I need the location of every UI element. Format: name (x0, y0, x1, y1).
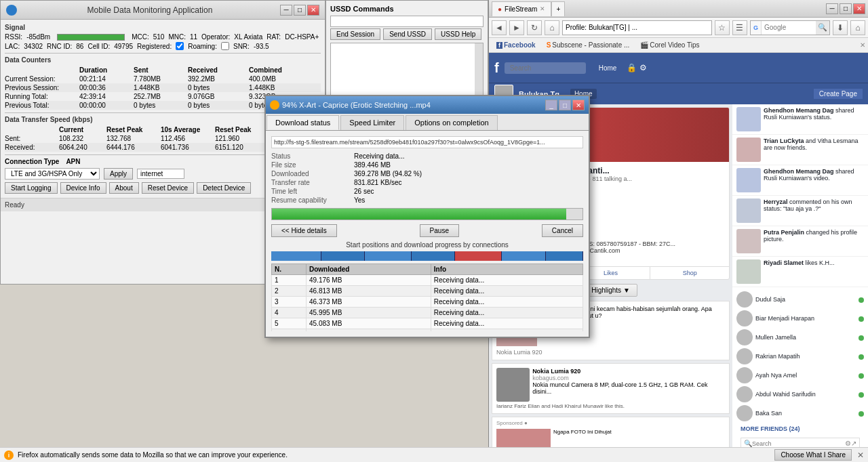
highlights-button[interactable]: Highlights ▼ (584, 284, 637, 297)
nokia-likes: Iarianz Fariz Elian and Hadi Khairul Mun… (496, 403, 725, 409)
mcc-value: 510 (153, 33, 165, 41)
tab-shop[interactable]: Shop (650, 267, 729, 279)
col-downloaded: Downloaded (307, 264, 431, 275)
create-page-button[interactable]: Create Page (814, 89, 863, 99)
notif-avatar-3 (736, 168, 761, 192)
browser-minimize[interactable]: ─ (826, 3, 838, 14)
connection-select[interactable]: LTE and 3G/HSPA Only (5, 168, 100, 180)
browser-tab-new[interactable]: + (551, 1, 565, 16)
friends-search-settings[interactable]: ⚙ (845, 440, 851, 447)
dl-cell-0: 1 (272, 275, 307, 286)
back-button[interactable]: ◄ (492, 20, 507, 35)
notif-3: Ghendhon Memang Dag shared Rusli Kurniaw… (732, 165, 868, 196)
browser-bookmarks: f Facebook S Subscene - Passionate ... 🎬… (489, 38, 868, 53)
browser-tab-1[interactable]: ● FileStream ✕ (492, 1, 551, 16)
tab-options-completion[interactable]: Options on completion (406, 115, 497, 130)
more-friends[interactable]: MORE FRIENDS (24) (736, 423, 864, 435)
choose-share-button[interactable]: Choose What I Share (774, 449, 852, 461)
friend-item: Ayah Nya Amel (736, 366, 864, 385)
bookmark-subscene-label: Subscene - Passionate ... (552, 41, 629, 49)
status-close-button[interactable]: ✕ (857, 450, 864, 460)
browser-maximize[interactable]: □ (840, 3, 852, 14)
fb-settings-icon[interactable]: ⚙ (639, 63, 647, 72)
ussd-input[interactable] (330, 16, 484, 27)
nokia-content: Nokia Lumia 920 kobagus.com Nokia muncul… (496, 368, 725, 402)
browser-close[interactable]: ✕ (853, 3, 865, 14)
col-n: N. (272, 264, 307, 275)
tab-download-status[interactable]: Download status (267, 115, 339, 130)
nav-home2[interactable]: ⌂ (850, 20, 865, 35)
apn-label: APN (66, 158, 80, 165)
send-ussd-button[interactable]: Send USSD (383, 28, 432, 40)
cancel-button[interactable]: Cancel (542, 224, 583, 237)
online-indicator (859, 354, 864, 360)
start-logging-button[interactable]: Start Logging (5, 182, 58, 194)
apn-input[interactable] (137, 169, 184, 179)
forward-button[interactable]: ► (509, 20, 524, 35)
google-icon: G (751, 21, 762, 35)
connections-bar (271, 251, 583, 261)
search-input[interactable] (762, 21, 816, 35)
bookmark-subscene[interactable]: S Subscene - Passionate ... (542, 40, 635, 50)
dl-minimize-button[interactable]: _ (545, 100, 557, 110)
friends-search-arrow[interactable]: ↗ (851, 440, 856, 447)
pause-button[interactable]: Pause (420, 224, 459, 237)
fb-home-nav[interactable]: Home (597, 62, 619, 74)
friend-avatar (736, 367, 753, 383)
status-message: Firefox automatically sends some data to… (18, 451, 288, 459)
fb-lock-icon[interactable]: 🔒 (627, 63, 637, 72)
device-info-button[interactable]: Device Info (60, 182, 106, 194)
friend-item: Abdul Wahid Sarifudin (736, 385, 864, 404)
tab-speed-limiter[interactable]: Speed Limiter (340, 115, 404, 130)
home-button[interactable]: ⌂ (545, 20, 559, 35)
minimize-button[interactable]: ─ (280, 5, 292, 16)
dl-table-row: 149.176 MBReceiving data... (272, 275, 583, 286)
reset-device-button[interactable]: Reset Device (142, 182, 194, 194)
hide-details-button[interactable]: << Hide details (271, 224, 337, 237)
dl-cell-2: Receiving data... (431, 275, 583, 286)
bookmark-corel[interactable]: 🎬 Corel Video Tips (635, 40, 704, 50)
online-indicator (859, 411, 864, 417)
dl-cell-2: Receiving data... (431, 318, 583, 329)
maximize-button[interactable]: □ (294, 5, 306, 16)
fb-friends-search-input[interactable] (752, 440, 845, 447)
dl-cell-1: 46.813 MB (307, 286, 431, 297)
notif-5: Putra Penjalin changed his profile pictu… (732, 226, 868, 257)
connections-title: Start positions and download progress by… (271, 241, 583, 249)
apply-button[interactable]: Apply (104, 168, 133, 180)
dl-table-row: 545.083 MBReceiving data... (272, 318, 583, 329)
refresh-button[interactable]: ↻ (527, 20, 542, 35)
end-session-button[interactable]: End Session (330, 28, 380, 40)
notif-text-5: Putra Penjalin changed his profile pictu… (764, 229, 864, 243)
downloads-button[interactable]: ⬇ (833, 20, 848, 35)
notifications-sidebar: Ghendhon Memang Dag shared Rusli Kurniaw… (732, 104, 868, 462)
about-button[interactable]: About (109, 182, 139, 194)
nokia-desc: Nokia muncul Camera 8 MP, dual-core 1.5 … (532, 381, 725, 395)
lac-label: LAC: (5, 43, 20, 50)
friend-avatar (736, 405, 753, 421)
nav-extra[interactable]: ☰ (732, 20, 747, 35)
status-label: Status (271, 152, 353, 160)
snr-label: SNR: (233, 43, 250, 50)
bookmarks-close[interactable]: ✕ (860, 41, 865, 49)
search-submit[interactable]: 🔍 (816, 21, 829, 35)
notif-text-1: Ghendhon Memang Dag shared Rusli Kurniaw… (764, 107, 864, 121)
dl-close-button[interactable]: ✕ (572, 100, 585, 110)
close-button[interactable]: ✕ (307, 5, 319, 16)
roaming-checkbox[interactable] (221, 42, 229, 50)
download-buttons: << Hide details Pause Cancel (271, 224, 583, 237)
detect-device-button[interactable]: Detect Device (197, 182, 251, 194)
registered-checkbox[interactable] (176, 42, 184, 50)
conn-seg-1 (271, 251, 321, 261)
tab-close-1[interactable]: ✕ (540, 5, 545, 12)
dl-maximize-button[interactable]: □ (559, 100, 571, 110)
bookmark-star[interactable]: ☆ (715, 20, 730, 35)
info-icon: i (4, 450, 14, 460)
ussd-help-button[interactable]: USSD Help (435, 28, 481, 40)
bookmark-facebook[interactable]: f Facebook (492, 40, 540, 50)
address-bar[interactable] (562, 20, 712, 35)
dl-cell-1: 45.083 MB (307, 318, 431, 329)
fb-search-input[interactable] (505, 62, 586, 74)
ussd-scrollbar[interactable] (475, 43, 483, 96)
download-titlebar: 94% X-Art - Caprice (Erotic Stretching .… (266, 96, 589, 114)
